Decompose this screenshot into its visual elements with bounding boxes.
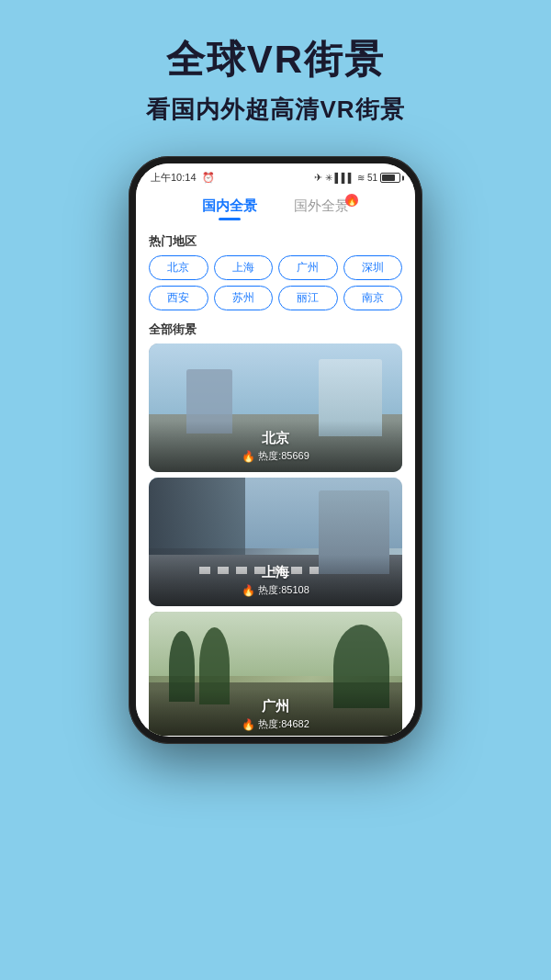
phone-outer: 上午10:14 ⏰ ✈ ✳ ▌▌▌ ≋ 51	[129, 156, 422, 744]
battery-container: 51	[367, 173, 400, 183]
status-time: 上午10:14 ⏰	[151, 171, 215, 185]
beijing-heat: 🔥 热度:85669	[158, 449, 393, 463]
region-chip-shenzhen[interactable]: 深圳	[343, 255, 403, 280]
region-chip-shanghai[interactable]: 上海	[214, 255, 274, 280]
phone-inner: 上午10:14 ⏰ ✈ ✳ ▌▌▌ ≋ 51	[136, 163, 415, 737]
scene-card-guangzhou[interactable]: 广州 🔥 热度:84682	[149, 612, 402, 736]
guangzhou-heat-text: 热度:84682	[258, 717, 309, 731]
battery-icon	[380, 173, 400, 183]
bluetooth-icon: ✳	[325, 173, 332, 183]
shanghai-heat: 🔥 热度:85108	[158, 583, 393, 597]
beijing-overlay: 北京 🔥 热度:85669	[149, 421, 402, 472]
beijing-heat-text: 热度:85669	[258, 449, 309, 463]
flame-badge-icon: 🔥	[346, 196, 357, 206]
shanghai-city-name: 上海	[158, 564, 393, 581]
guangzhou-city-name: 广州	[158, 698, 393, 715]
shanghai-heat-text: 热度:85108	[258, 583, 309, 597]
guangzhou-heat: 🔥 热度:84682	[158, 717, 393, 731]
hot-regions-label: 热门地区	[136, 226, 415, 255]
scene-cards-container: 北京 🔥 热度:85669	[136, 344, 415, 736]
region-chip-suzhou[interactable]: 苏州	[214, 286, 274, 310]
clock-icon: ⏰	[202, 172, 215, 183]
scene-card-beijing[interactable]: 北京 🔥 热度:85669	[149, 344, 402, 472]
region-chip-nanjing[interactable]: 南京	[343, 286, 403, 310]
beijing-flame-icon: 🔥	[242, 450, 255, 463]
beijing-city-name: 北京	[158, 430, 393, 447]
tabs-container: 国内全景 国外全景 🔥	[136, 188, 415, 226]
guangzhou-flame-icon: 🔥	[242, 718, 255, 731]
app-content: 国内全景 国外全景 🔥 热门地区 北京 上海 广州 深圳	[136, 188, 415, 736]
tab-badge: 🔥	[345, 194, 358, 207]
region-grid: 北京 上海 广州 深圳 西安 苏州 丽江 南京	[136, 255, 415, 316]
all-scenes-label: 全部街景	[136, 316, 415, 344]
region-chip-guangzhou[interactable]: 广州	[278, 255, 338, 280]
status-icons: ✈ ✳ ▌▌▌ ≋ 51	[314, 172, 400, 184]
region-chip-xian[interactable]: 西安	[149, 286, 208, 310]
signal-icon: ▌▌▌	[335, 173, 354, 183]
region-chip-lijiang[interactable]: 丽江	[278, 286, 338, 310]
region-chip-beijing[interactable]: 北京	[149, 255, 208, 280]
wifi-icon: ≋	[357, 173, 365, 183]
shanghai-flame-icon: 🔥	[242, 584, 255, 597]
phone-mockup: 上午10:14 ⏰ ✈ ✳ ▌▌▌ ≋ 51	[129, 156, 422, 744]
guangzhou-overlay: 广州 🔥 热度:84682	[149, 689, 402, 736]
sub-title: 看国内外超高清VR街景	[0, 94, 551, 126]
main-title: 全球VR街景	[0, 37, 551, 83]
navigation-icon: ✈	[314, 172, 322, 184]
shanghai-overlay: 上海 🔥 热度:85108	[149, 555, 402, 606]
tab-domestic[interactable]: 国内全景	[202, 197, 257, 220]
header-section: 全球VR街景 看国内外超高清VR街景	[0, 0, 551, 126]
tab-international[interactable]: 国外全景 🔥	[294, 197, 349, 220]
scene-card-shanghai[interactable]: 上海 🔥 热度:85108	[149, 478, 402, 606]
status-bar: 上午10:14 ⏰ ✈ ✳ ▌▌▌ ≋ 51	[136, 163, 415, 188]
